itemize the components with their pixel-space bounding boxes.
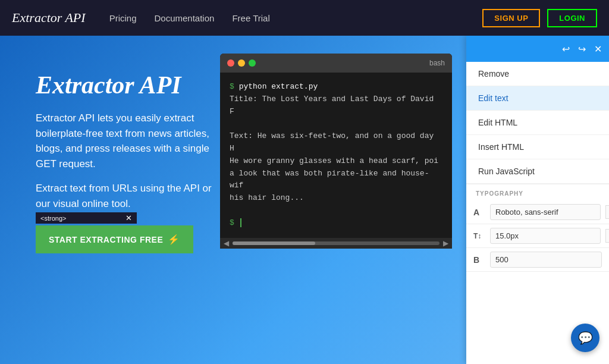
terminal-scrollbar[interactable]: ◀ ▶ [220,238,452,249]
terminal-prompt: $ [230,82,234,91]
terminal-body: $ python extract.py Title: The Lost Year… [220,73,452,238]
panel-close-icon[interactable]: ✕ [594,43,602,55]
nav-buttons: SIGN UP LOGIN [482,9,597,27]
menu-item-run-js[interactable]: Run JavaScript [466,159,609,184]
cta-bolt-icon: ⚡ [168,234,180,245]
weight-input[interactable] [490,252,602,268]
signup-button[interactable]: SIGN UP [482,9,540,27]
size-row: T↕ ▼ [466,224,609,248]
hero-desc1: Extractor API lets you easily extract bo… [36,111,220,171]
panel-back-icon[interactable]: ↩ [562,43,570,55]
terminal-line1: Title: The Lost Years and Last Days of D… [230,93,442,118]
hero-section: Extractor API Extractor API lets you eas… [0,36,609,364]
nav-link-trial[interactable]: Free Trial [232,13,269,23]
size-icon: T↕ [473,232,485,240]
terminal-command-line: $ python extract.py [230,81,442,93]
cta-tag-text: <strong> [40,215,66,222]
typography-label: TYPOGRAPHY [466,184,609,200]
menu-item-remove[interactable]: Remove [466,62,609,86]
nav-links: Pricing Documentation Free Trial [109,13,483,23]
menu-item-edit-text[interactable]: Edit text [466,86,609,111]
terminal-dot-red [227,59,234,67]
menu-item-insert-html[interactable]: Insert HTML [466,135,609,159]
terminal-dot-green [249,59,256,67]
menu-item-edit-html[interactable]: Edit HTML [466,111,609,135]
hero-title: Extractor API [36,71,220,99]
terminal-line2: Text: He was six-feet-two, and on a good… [230,130,442,155]
terminal-cursor-line: $ [230,217,442,230]
nav-link-pricing[interactable]: Pricing [109,13,137,23]
terminal-dot-yellow [238,59,245,67]
navbar: Extractor API Pricing Documentation Free… [0,0,609,36]
scroll-right-icon[interactable]: ▶ [443,239,448,247]
terminal-wrapper: bash $ python extract.py Title: The Lost… [220,54,452,249]
hero-left: Extractor API Extractor API lets you eas… [36,65,220,253]
scrollbar-thumb [233,241,315,245]
panel-forward-icon[interactable]: ↪ [578,43,586,55]
chat-fab[interactable]: 💬 [571,324,599,352]
font-dropdown-btn[interactable]: ▼ [605,205,609,219]
terminal-line3: He wore granny glasses with a head scarf… [230,155,442,168]
right-panel: ↩ ↪ ✕ Remove Edit text Edit HTML Insert … [466,36,609,364]
terminal: bash $ python extract.py Title: The Lost… [220,54,452,238]
chat-fab-icon: 💬 [578,331,593,345]
nav-link-docs[interactable]: Documentation [154,13,214,23]
terminal-cursor: $ [230,218,234,227]
font-row: A ▼ [466,200,609,224]
hero-desc2: Extract text from URLs using the API or … [36,181,220,211]
font-icon: A [473,208,485,217]
nav-logo: Extractor API [12,10,86,26]
login-button[interactable]: LOGIN [547,9,597,27]
font-input[interactable] [490,204,601,220]
weight-row: B [466,248,609,272]
terminal-line4: a look that was both pirate-like and hou… [230,168,442,193]
cta-tag: <strong> ✕ [36,212,137,224]
panel-header: ↩ ↪ ✕ [466,36,609,62]
terminal-line5: his hair long... [230,192,442,205]
weight-icon: B [473,255,485,265]
scroll-left-icon[interactable]: ◀ [224,239,229,247]
cta-label: START EXTRACTING FREE [49,235,163,244]
size-dropdown-btn[interactable]: ▼ [605,229,609,243]
terminal-title: bash [429,59,445,67]
context-menu: Remove Edit text Edit HTML Insert HTML R… [466,62,609,184]
cta-tag-close[interactable]: ✕ [125,214,132,222]
size-input[interactable] [490,228,601,244]
cta-wrapper: <strong> ✕ START EXTRACTING FREE ⚡ [36,225,193,253]
terminal-titlebar: bash [220,54,452,73]
cta-button[interactable]: START EXTRACTING FREE ⚡ [36,225,193,253]
scrollbar-track[interactable] [233,241,440,245]
